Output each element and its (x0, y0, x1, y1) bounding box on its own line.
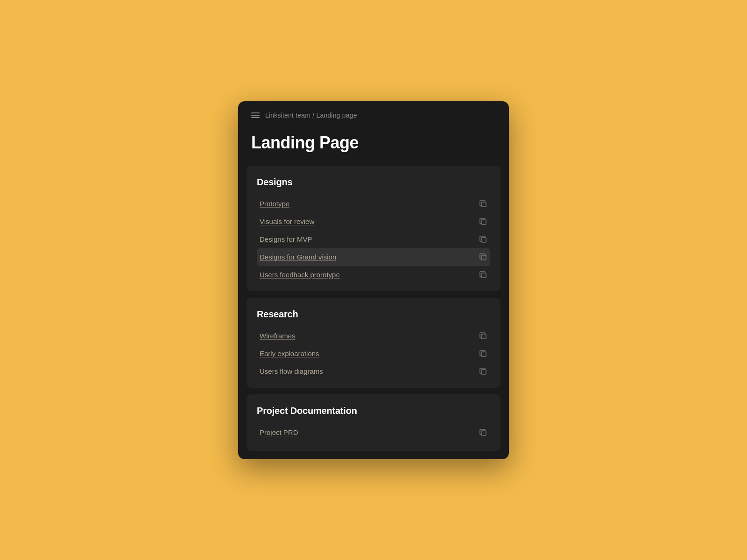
list-item-project-prd[interactable]: Project PRD (257, 424, 490, 441)
item-label-designs-for-grand-vision: Designs for Grand vision (260, 253, 336, 261)
svg-rect-5 (481, 334, 486, 339)
copy-icon-designs-for-grand-vision[interactable] (479, 253, 487, 261)
svg-rect-8 (481, 431, 486, 435)
item-label-wireframes: Wireframes (260, 332, 296, 340)
list-item-visuals-for-review[interactable]: Visuals for review (257, 213, 490, 231)
section-project-documentation: Project Documentation Project PRD (247, 394, 500, 451)
item-label-users-flow-diagrams: Users flow diagrams (260, 367, 323, 375)
list-item-designs-for-mvp[interactable]: Designs for MVP (257, 231, 490, 248)
copy-icon-visuals-for-review[interactable] (479, 217, 487, 226)
content-area: Designs Prototype Visuals for review (238, 166, 509, 459)
list-item-prototype[interactable]: Prototype (257, 195, 490, 213)
list-item-wireframes[interactable]: Wireframes (257, 327, 490, 345)
copy-icon-wireframes[interactable] (479, 332, 487, 340)
list-item-designs-for-grand-vision[interactable]: Designs for Grand vision (257, 248, 490, 266)
svg-rect-2 (481, 238, 486, 242)
item-label-designs-for-mvp: Designs for MVP (260, 235, 312, 243)
item-label-users-feedback-prototype: Users feedback prorotype (260, 271, 340, 279)
item-label-early-explorations: Early exploarations (260, 350, 319, 357)
svg-rect-4 (481, 273, 486, 278)
svg-rect-0 (481, 202, 486, 207)
list-item-early-explorations[interactable]: Early exploarations (257, 345, 490, 363)
svg-rect-7 (481, 370, 486, 374)
menu-icon[interactable] (251, 112, 260, 118)
svg-rect-3 (481, 255, 486, 260)
list-item-users-feedback-prototype[interactable]: Users feedback prorotype (257, 266, 490, 284)
svg-rect-1 (481, 220, 486, 224)
section-research: Research Wireframes Early exploarations (247, 298, 500, 388)
section-title-designs: Designs (257, 177, 490, 188)
copy-icon-users-feedback-prototype[interactable] (479, 271, 487, 279)
list-item-users-flow-diagrams[interactable]: Users flow diagrams (257, 363, 490, 380)
copy-icon-early-explorations[interactable] (479, 350, 487, 358)
copy-icon-project-prd[interactable] (479, 428, 487, 437)
section-title-research: Research (257, 309, 490, 320)
svg-rect-6 (481, 352, 486, 357)
item-label-project-prd: Project PRD (260, 428, 298, 436)
main-window: Linksitent team / Landing page Landing P… (238, 101, 509, 459)
top-bar: Linksitent team / Landing page (238, 101, 509, 126)
item-label-visuals-for-review: Visuals for review (260, 217, 314, 225)
breadcrumb: Linksitent team / Landing page (265, 112, 357, 119)
copy-icon-prototype[interactable] (479, 200, 487, 208)
section-designs: Designs Prototype Visuals for review (247, 166, 500, 291)
copy-icon-users-flow-diagrams[interactable] (479, 367, 487, 376)
copy-icon-designs-for-mvp[interactable] (479, 235, 487, 244)
section-title-project-documentation: Project Documentation (257, 406, 490, 416)
item-label-prototype: Prototype (260, 200, 289, 208)
page-title-section: Landing Page (238, 126, 509, 166)
page-title: Landing Page (251, 133, 496, 153)
